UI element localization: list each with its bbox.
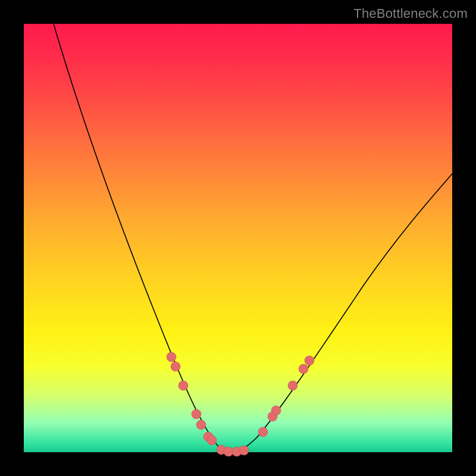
data-point bbox=[288, 381, 298, 390]
left-curve bbox=[54, 24, 232, 452]
curves-layer bbox=[24, 24, 452, 452]
data-point bbox=[305, 356, 314, 365]
data-point bbox=[178, 381, 188, 390]
data-point bbox=[299, 364, 308, 374]
watermark-text: TheBottleneck.com bbox=[353, 6, 468, 21]
data-point bbox=[258, 427, 268, 437]
chart-frame: TheBottleneck.com bbox=[0, 0, 476, 476]
right-curve bbox=[232, 174, 452, 452]
data-point bbox=[271, 406, 281, 415]
data-point bbox=[192, 409, 201, 419]
data-point bbox=[207, 436, 217, 445]
data-point bbox=[167, 352, 176, 362]
plot-area bbox=[24, 24, 452, 452]
data-point bbox=[224, 447, 233, 456]
data-point bbox=[171, 362, 180, 371]
data-point bbox=[239, 446, 249, 455]
data-points bbox=[167, 352, 314, 456]
data-point bbox=[196, 420, 206, 430]
